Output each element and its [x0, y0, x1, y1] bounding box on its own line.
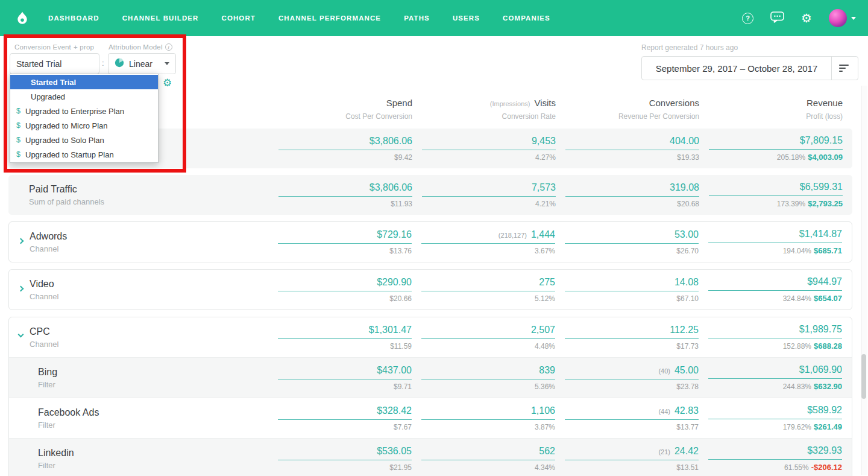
dropdown-option[interactable]: $Upgraded to Solo Plan	[10, 133, 158, 147]
nav-item-channel-builder[interactable]: CHANNEL BUILDER	[122, 14, 199, 22]
profit-loss: 173.39%$2,793.25	[709, 199, 843, 208]
conversions-cell: 319.08 $20.68	[565, 182, 709, 208]
visits-value[interactable]: 7,573	[532, 182, 556, 193]
conversions-value[interactable]: 319.08	[670, 182, 699, 193]
revenue-per-conversion-value: $13.51	[565, 463, 699, 472]
revenue-value[interactable]: $7,809.15	[800, 135, 843, 146]
col-header-revenue[interactable]: Revenue Profit (loss)	[709, 98, 852, 121]
col-header-conversions[interactable]: Conversions Revenue Per Conversion	[565, 98, 709, 121]
attribution-logo-icon[interactable]	[12, 8, 33, 28]
spend-value[interactable]: $1,301.47	[369, 325, 412, 335]
nav-item-companies[interactable]: COMPANIES	[503, 14, 550, 22]
conversions-value[interactable]: 24.42	[675, 446, 699, 457]
cost-per-conversion-value: $9.71	[278, 382, 412, 391]
dropdown-option[interactable]: Upgraded	[10, 89, 158, 104]
spend-value[interactable]: $3,806.06	[370, 182, 412, 193]
spend-value[interactable]: $536.05	[377, 446, 412, 457]
scrollbar-thumb[interactable]	[861, 354, 866, 399]
visits-value[interactable]: 275	[539, 277, 555, 288]
nav-item-channel-performance[interactable]: CHANNEL PERFORMANCE	[278, 14, 381, 22]
table-row[interactable]: Facebook Ads Filter $328.42 $7.67 1,106 …	[9, 398, 852, 438]
profit-loss: 205.18%$4,003.09	[709, 153, 843, 162]
conversions-value[interactable]: 45.00	[675, 365, 699, 376]
attribution-model-select[interactable]: Linear	[108, 53, 176, 74]
spend-cell: $3,806.06 $9.42	[278, 136, 422, 162]
revenue-value[interactable]: $6,599.31	[800, 182, 843, 192]
settings-gear-icon[interactable]: ⚙	[801, 12, 812, 24]
conversions-value[interactable]: 42.83	[675, 405, 699, 416]
col-header-spend[interactable]: Spend Cost Per Conversion	[278, 98, 422, 121]
nav-item-users[interactable]: USERS	[453, 14, 480, 22]
revenue-value[interactable]: $1,069.90	[799, 364, 842, 375]
revenue-value[interactable]: $329.93	[807, 445, 842, 456]
nav-item-dashboard[interactable]: DASHBOARD	[48, 14, 99, 22]
visits-value[interactable]: 1,106	[531, 405, 555, 416]
revenue-cell: $6,599.31 173.39%$2,793.25	[709, 182, 852, 208]
conversions-value[interactable]: 404.00	[670, 136, 699, 147]
visits-value[interactable]: 562	[539, 446, 555, 457]
revenue-per-conversion-value: $23.78	[565, 382, 699, 391]
scrollbar-track[interactable]	[861, 86, 867, 475]
help-icon[interactable]: ?	[742, 13, 753, 24]
sort-filter-button[interactable]	[832, 65, 858, 72]
nav-item-paths[interactable]: PATHS	[404, 14, 430, 22]
dropdown-option[interactable]: $Upgraded to Enterprise Plan	[10, 104, 158, 118]
chevron-down-icon	[851, 17, 856, 20]
spend-value[interactable]: $328.42	[377, 405, 412, 416]
revenue-cell: $329.93 61.55%-$206.12	[708, 445, 852, 472]
dollar-icon: $	[16, 121, 25, 130]
cost-per-conversion-value: $21.95	[278, 463, 412, 472]
conversion-rate-value: 5.12%	[421, 294, 555, 303]
revenue-value[interactable]: $1,989.75	[799, 324, 842, 335]
table-row[interactable]: Paid Traffic Sum of paid channels $3,806…	[8, 175, 852, 215]
user-menu[interactable]	[829, 9, 856, 27]
visits-value[interactable]: 839	[539, 365, 555, 376]
separator: :	[102, 59, 104, 68]
nav-item-cohort[interactable]: COHORT	[221, 14, 255, 22]
conversion-event-dropdown: Started TrialUpgraded$Upgraded to Enterp…	[10, 74, 159, 163]
impressions-note: (218,127)	[498, 232, 527, 239]
cost-per-conversion-value: $11.93	[278, 200, 412, 208]
spend-value[interactable]: $3,806.06	[370, 136, 412, 147]
table-row[interactable]: Adwords Channel $729.16 $13.76 (218,127)…	[9, 222, 852, 262]
chat-icon[interactable]	[770, 11, 784, 25]
spend-value[interactable]: $290.90	[377, 277, 412, 288]
spend-value[interactable]: $437.00	[377, 365, 412, 376]
conversion-event-label: Conversion Event	[14, 43, 71, 51]
date-range-value[interactable]: September 29, 2017 – October 28, 2017	[642, 63, 831, 74]
dropdown-option[interactable]: $Upgraded to Micro Plan	[10, 118, 158, 133]
revenue-value[interactable]: $1,414.87	[799, 229, 842, 240]
date-range-picker: September 29, 2017 – October 28, 2017	[641, 56, 858, 80]
revenue-value[interactable]: $944.97	[807, 276, 842, 287]
conversions-value[interactable]: 53.00	[675, 229, 699, 240]
visits-value[interactable]: 1,444	[531, 229, 555, 240]
col-header-visits[interactable]: (Impressions) Visits Conversion Rate	[422, 98, 565, 121]
conversions-cell: 112.25 $17.73	[565, 325, 708, 351]
profit-amount: $654.07	[814, 294, 842, 303]
revenue-value[interactable]: $589.92	[807, 405, 842, 416]
spend-value[interactable]: $729.16	[377, 229, 412, 240]
row-block: CPC Channel $1,301.47 $11.59 2,507 4.48%…	[8, 317, 852, 476]
table-row[interactable]: Bing Filter $437.00 $9.71 839 5.36% (40)…	[9, 357, 852, 398]
pie-chart-icon	[115, 58, 124, 70]
visits-cell: 275 5.12%	[421, 277, 565, 303]
info-icon[interactable]: i	[165, 43, 172, 51]
revenue-cell: $1,989.75 152.88%$688.28	[708, 324, 852, 351]
row-type-label: Filter	[38, 420, 278, 430]
conversions-value[interactable]: 112.25	[670, 325, 699, 335]
add-prop-button[interactable]: + prop	[74, 43, 94, 51]
table-row[interactable]: CPC Channel $1,301.47 $11.59 2,507 4.48%…	[9, 317, 852, 357]
avatar[interactable]	[829, 9, 847, 27]
conversion-rate-value: 4.27%	[422, 153, 556, 162]
conversion-event-input[interactable]	[10, 53, 99, 74]
visits-value[interactable]: 9,453	[532, 136, 556, 147]
visits-value[interactable]: 2,507	[531, 325, 555, 335]
dropdown-option[interactable]: Started Trial	[10, 75, 158, 89]
conversions-value[interactable]: 14.08	[675, 277, 699, 288]
conversion-settings-gear-icon[interactable]: ⚙	[163, 77, 172, 89]
chevron-down-icon	[165, 62, 169, 65]
table-row[interactable]: Linkedin Filter $536.05 $21.95 562 4.34%…	[9, 438, 852, 476]
table-row[interactable]: Video Channel $290.90 $20.66 275 5.12% 1…	[9, 270, 852, 309]
profit-amount: $4,003.09	[808, 153, 843, 162]
dropdown-option[interactable]: $Upgraded to Startup Plan	[10, 147, 158, 162]
